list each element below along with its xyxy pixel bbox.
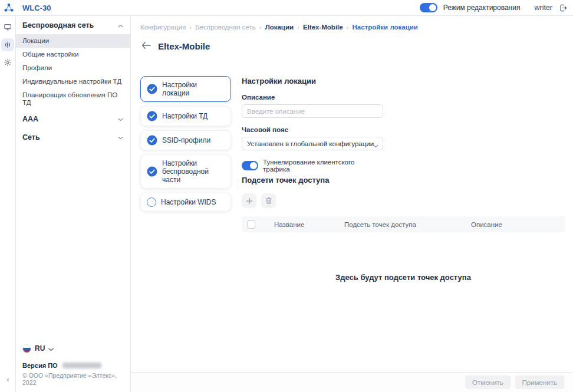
- copyright-text: © ООО «Предприятие «Элтекс», 2022: [22, 372, 126, 386]
- select-all-checkbox[interactable]: [247, 220, 255, 229]
- apply-button[interactable]: Применить: [515, 375, 564, 389]
- edit-mode-label: Режим редактирования: [443, 4, 521, 12]
- wlc-app: WLC-30 Режим редактирования writer: [0, 0, 573, 392]
- language-code: RU: [35, 344, 45, 353]
- sidebar-section-aaa[interactable]: AAA: [16, 110, 130, 128]
- back-arrow-icon[interactable]: [141, 41, 151, 51]
- sidebar-item-locations[interactable]: Локации: [16, 34, 130, 48]
- location-settings-form: Настройки локации Описание Часовой пояс …: [242, 77, 383, 173]
- column-description: Описание: [471, 221, 565, 228]
- version-number-redacted: [62, 363, 101, 368]
- subnets-empty-state: Здесь будут подсети точек доступа: [242, 273, 565, 282]
- sidebar-item-individual-ap-settings[interactable]: Индивидуальные настройки ТД: [16, 75, 130, 88]
- delete-subnet-button[interactable]: [261, 193, 276, 208]
- action-footer: Отменить Применить: [131, 372, 573, 392]
- description-label: Описание: [242, 94, 383, 101]
- column-ap-subnet: Подсеть точек доступа: [344, 221, 471, 228]
- check-circle-icon: [147, 84, 157, 94]
- sidebar-item-general-settings[interactable]: Общие настройки: [16, 48, 130, 61]
- monitor-icon[interactable]: [1, 21, 14, 34]
- timezone-label: Часовой пояс: [242, 126, 383, 133]
- page-title: Eltex-Mobile: [158, 41, 210, 51]
- russia-flag-icon: [22, 344, 31, 353]
- breadcrumb-configuration[interactable]: Конфигурация: [140, 24, 186, 31]
- sidebar-section-network[interactable]: Сеть: [16, 128, 130, 146]
- chevron-down-icon: [118, 133, 123, 141]
- sidebar-nav: Беспроводная сеть Локации Общие настройк…: [16, 16, 131, 392]
- software-version: Версия ПО: [22, 362, 126, 369]
- breadcrumb-wireless-network[interactable]: Беспроводная сеть: [195, 24, 256, 31]
- add-subnet-button[interactable]: [242, 193, 256, 208]
- empty-circle-icon: [147, 197, 156, 207]
- form-heading: Настройки локации: [242, 77, 383, 85]
- check-circle-icon: [147, 135, 157, 146]
- tunnel-traffic-label: Туннелирование клиентского трафика: [263, 159, 383, 173]
- check-circle-icon: [147, 166, 157, 177]
- tab-wids-settings[interactable]: Настройки WIDS: [140, 193, 231, 212]
- plus-icon: [246, 197, 253, 205]
- top-bar: WLC-30 Режим редактирования writer: [0, 0, 573, 16]
- icon-rail: ‹: [0, 16, 16, 392]
- check-circle-icon: [147, 111, 157, 121]
- subnets-table-header: Название Подсеть точек доступа Описание: [242, 216, 565, 232]
- sidebar-collapse-chevron[interactable]: ‹: [0, 375, 16, 384]
- tab-radio-settings[interactable]: Настройки беспроводной части: [140, 154, 231, 189]
- timezone-select[interactable]: Установлен в глобальной конфигурации: [242, 137, 383, 150]
- chevron-down-icon: [118, 115, 123, 123]
- user-name: writer: [534, 4, 552, 12]
- breadcrumb-eltex-mobile[interactable]: Eltex-Mobile: [303, 24, 343, 31]
- logout-icon[interactable]: [558, 4, 567, 12]
- edit-mode-toggle[interactable]: [420, 3, 437, 12]
- sidebar-item-ap-firmware-scheduler[interactable]: Планировщик обновления ПО ТД: [16, 88, 130, 110]
- language-selector[interactable]: RU: [22, 343, 126, 354]
- gear-icon[interactable]: [1, 56, 14, 69]
- logo-network-icon: [4, 2, 14, 13]
- app-title: WLC-30: [22, 4, 51, 12]
- tab-ap-settings[interactable]: Настройки ТД: [140, 106, 231, 126]
- ap-subnets-section: Подсети точек доступа Название Подсеть т…: [242, 176, 565, 232]
- sidebar-section-wireless[interactable]: Беспроводная сеть: [16, 16, 130, 34]
- description-input[interactable]: [242, 104, 383, 118]
- tab-ssid-profiles[interactable]: SSID-профили: [140, 130, 231, 150]
- settings-tabs: Настройки локации Настройки ТД SSID-проф…: [140, 76, 231, 216]
- radio-settings-icon[interactable]: [1, 38, 14, 51]
- column-name: Название: [274, 221, 344, 228]
- trash-icon: [265, 197, 272, 205]
- chevron-down-icon: [373, 142, 378, 149]
- sidebar-item-profiles[interactable]: Профили: [16, 61, 130, 75]
- main-content: Конфигурация › Беспроводная сеть › Локац…: [131, 16, 573, 392]
- chevron-down-icon: [48, 343, 54, 354]
- tunnel-traffic-toggle[interactable]: [242, 161, 258, 170]
- chevron-up-icon: [118, 21, 123, 29]
- breadcrumb-locations[interactable]: Локации: [265, 24, 294, 31]
- tab-location-settings[interactable]: Настройки локации: [140, 76, 231, 102]
- breadcrumb: Конфигурация › Беспроводная сеть › Локац…: [140, 24, 418, 31]
- cancel-button[interactable]: Отменить: [465, 375, 511, 389]
- breadcrumb-location-settings[interactable]: Настройки локации: [353, 24, 418, 31]
- subnets-heading: Подсети точек доступа: [242, 176, 565, 185]
